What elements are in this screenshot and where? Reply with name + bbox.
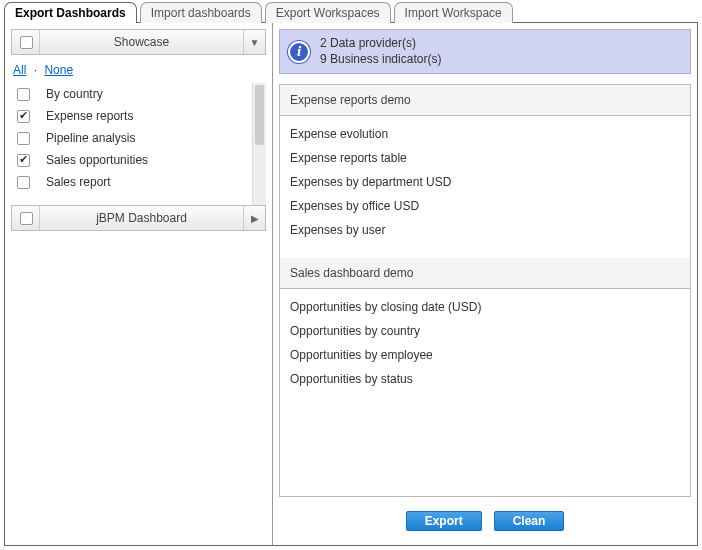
group-row: Opportunities by employee	[290, 343, 680, 367]
jbpm-title: jBPM Dashboard	[40, 211, 243, 225]
tab-import-workspace[interactable]: Import Workspace	[394, 2, 513, 23]
list-item[interactable]: Sales opportunities	[11, 149, 266, 171]
item-checkbox[interactable]	[17, 88, 30, 101]
showcase-list: By country Expense reports Pipeline anal…	[11, 83, 266, 205]
group-row: Expense reports table	[290, 146, 680, 170]
item-label: By country	[46, 87, 103, 101]
list-item[interactable]: Expense reports	[11, 105, 266, 127]
group-row: Expenses by office USD	[290, 194, 680, 218]
tab-bar: Export Dashboards Import dashboards Expo…	[0, 0, 702, 22]
list-item[interactable]: Pipeline analysis	[11, 127, 266, 149]
jbpm-header: jBPM Dashboard ▶	[11, 205, 266, 231]
info-icon: i	[288, 41, 310, 63]
chevron-right-icon: ▶	[251, 213, 259, 224]
info-line-indicators: 9 Business indicator(s)	[320, 52, 441, 68]
tab-panel: Showcase ▼ All · None By country Expense…	[4, 22, 698, 546]
group-header: Expense reports demo	[280, 85, 690, 116]
info-bar: i 2 Data provider(s) 9 Business indicato…	[279, 29, 691, 74]
link-separator: ·	[34, 63, 37, 77]
item-checkbox[interactable]	[17, 110, 30, 123]
button-row: Export Clean	[279, 497, 691, 539]
select-links: All · None	[11, 57, 266, 83]
item-label: Pipeline analysis	[46, 131, 135, 145]
group-row: Opportunities by country	[290, 319, 680, 343]
scrollbar-thumb[interactable]	[255, 85, 264, 145]
item-label: Expense reports	[46, 109, 133, 123]
showcase-select-all-checkbox[interactable]	[20, 36, 33, 49]
right-pane: i 2 Data provider(s) 9 Business indicato…	[273, 23, 697, 545]
item-checkbox[interactable]	[17, 132, 30, 145]
left-pane: Showcase ▼ All · None By country Expense…	[5, 23, 273, 545]
info-text: 2 Data provider(s) 9 Business indicator(…	[320, 36, 441, 67]
item-checkbox[interactable]	[17, 154, 30, 167]
select-none-link[interactable]: None	[44, 63, 73, 77]
list-item[interactable]: Sales report	[11, 171, 266, 193]
group-row: Opportunities by status	[290, 367, 680, 391]
showcase-collapse-toggle[interactable]: ▼	[243, 30, 265, 54]
scrollbar[interactable]	[252, 83, 266, 205]
export-button[interactable]: Export	[406, 511, 482, 531]
group-body: Expense evolution Expense reports table …	[280, 116, 690, 258]
showcase-header-check[interactable]	[12, 30, 40, 54]
showcase-header: Showcase ▼	[11, 29, 266, 55]
list-item[interactable]: By country	[11, 83, 266, 105]
summary-box: Expense reports demo Expense evolution E…	[279, 84, 691, 497]
info-line-providers: 2 Data provider(s)	[320, 36, 441, 52]
tab-import-dashboards[interactable]: Import dashboards	[140, 2, 262, 23]
clean-button[interactable]: Clean	[494, 511, 565, 531]
group-row: Expenses by user	[290, 218, 680, 242]
group-row: Opportunities by closing date (USD)	[290, 295, 680, 319]
spacer	[280, 407, 690, 496]
group-body: Opportunities by closing date (USD) Oppo…	[280, 289, 690, 407]
chevron-down-icon: ▼	[250, 37, 260, 48]
select-all-link[interactable]: All	[13, 63, 26, 77]
tab-export-workspaces[interactable]: Export Workspaces	[265, 2, 391, 23]
jbpm-expand-toggle[interactable]: ▶	[243, 206, 265, 230]
group-header: Sales dashboard demo	[280, 258, 690, 289]
jbpm-header-check[interactable]	[12, 206, 40, 230]
item-label: Sales report	[46, 175, 111, 189]
group-row: Expenses by department USD	[290, 170, 680, 194]
item-checkbox[interactable]	[17, 176, 30, 189]
showcase-title: Showcase	[40, 35, 243, 49]
jbpm-select-all-checkbox[interactable]	[20, 212, 33, 225]
item-label: Sales opportunities	[46, 153, 148, 167]
tab-export-dashboards[interactable]: Export Dashboards	[4, 2, 137, 23]
group-row: Expense evolution	[290, 122, 680, 146]
